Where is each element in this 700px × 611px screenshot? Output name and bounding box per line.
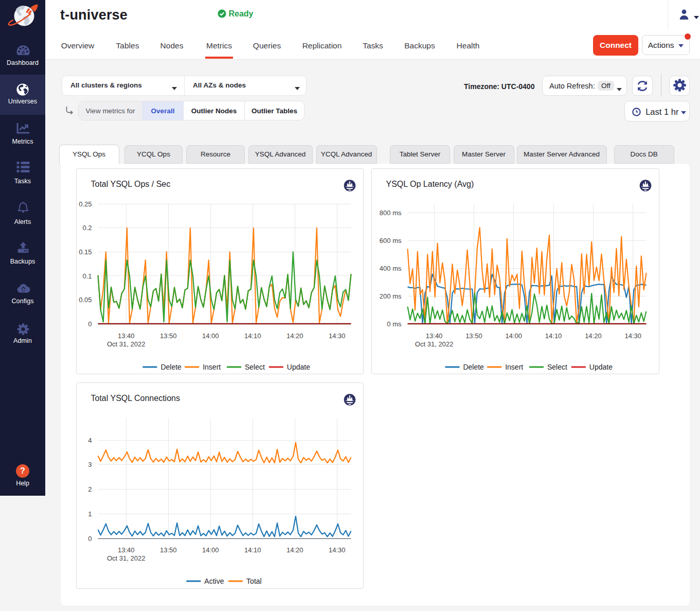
svg-text:14:30: 14:30 [328, 546, 345, 554]
svg-text:Oct 31, 2022: Oct 31, 2022 [415, 340, 453, 348]
svg-text:800 ms: 800 ms [379, 209, 401, 217]
svg-text:Select: Select [547, 363, 567, 371]
svg-text:13:50: 13:50 [159, 546, 176, 554]
svg-text:14:00: 14:00 [202, 332, 219, 340]
svg-text:14:30: 14:30 [624, 332, 641, 340]
svg-text:0.2: 0.2 [82, 224, 92, 232]
svg-text:Oct 31, 2022: Oct 31, 2022 [106, 340, 145, 348]
svg-text:14:10: 14:10 [244, 546, 261, 554]
svg-text:600 ms: 600 ms [379, 237, 401, 245]
svg-text:14:30: 14:30 [328, 332, 345, 340]
svg-text:0.05: 0.05 [79, 296, 92, 304]
svg-text:14:10: 14:10 [244, 332, 261, 340]
svg-text:14:00: 14:00 [202, 546, 219, 554]
svg-text:14:20: 14:20 [286, 546, 303, 554]
svg-text:3: 3 [88, 461, 92, 468]
svg-text:0.15: 0.15 [79, 248, 92, 256]
svg-text:Update: Update [589, 363, 612, 371]
svg-text:13:50: 13:50 [159, 332, 176, 340]
svg-text:13:50: 13:50 [465, 332, 482, 340]
svg-text:1: 1 [88, 510, 92, 518]
svg-text:2: 2 [88, 485, 92, 493]
svg-text:14:00: 14:00 [505, 332, 522, 340]
svg-text:13:40: 13:40 [117, 332, 134, 340]
svg-text:Oct 31, 2022: Oct 31, 2022 [106, 554, 145, 562]
svg-text:Total: Total [246, 577, 262, 585]
svg-text:400 ms: 400 ms [379, 265, 401, 272]
svg-text:0: 0 [88, 320, 92, 328]
svg-text:Insert: Insert [505, 363, 523, 371]
svg-text:14:20: 14:20 [585, 332, 602, 340]
svg-text:0.1: 0.1 [82, 272, 92, 280]
svg-text:200 ms: 200 ms [379, 292, 401, 300]
svg-text:4: 4 [88, 437, 92, 444]
svg-text:Active: Active [204, 577, 224, 585]
svg-text:13:40: 13:40 [425, 332, 442, 340]
svg-text:0.25: 0.25 [79, 200, 92, 208]
svg-text:Insert: Insert [203, 363, 221, 371]
svg-text:Update: Update [286, 363, 310, 371]
svg-text:13:40: 13:40 [117, 546, 134, 554]
svg-text:14:10: 14:10 [545, 332, 562, 340]
svg-text:Select: Select [245, 363, 265, 371]
svg-text:0 ms: 0 ms [387, 320, 402, 328]
svg-text:Delete: Delete [160, 363, 182, 371]
svg-text:Delete: Delete [463, 363, 484, 371]
svg-text:0: 0 [88, 535, 92, 543]
svg-text:14:20: 14:20 [286, 332, 303, 340]
